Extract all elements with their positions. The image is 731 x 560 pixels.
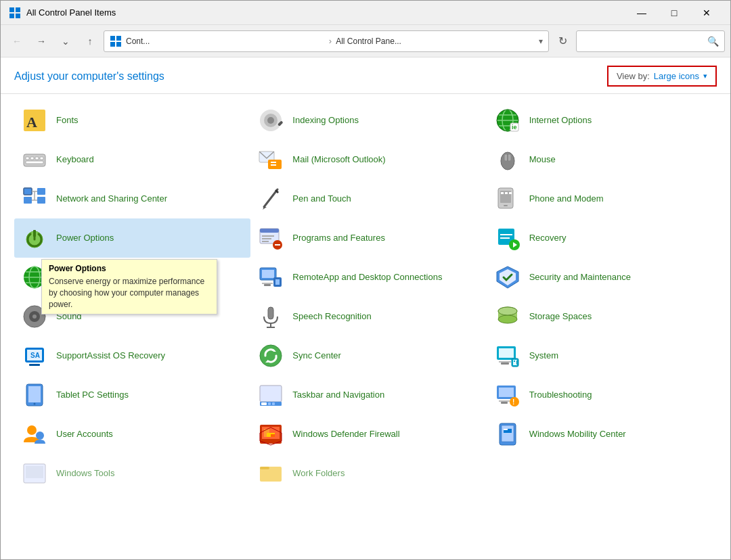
search-icon: 🔍: [707, 36, 719, 47]
item-windows-mobility[interactable]: Windows Mobility Center: [487, 415, 724, 454]
indexing-icon: [257, 107, 284, 134]
item-mouse[interactable]: Mouse: [487, 140, 724, 179]
storage-icon: [494, 303, 521, 330]
tooltip-title: Power Options: [49, 264, 210, 273]
item-label: RemoteApp and Desktop Connections: [292, 272, 442, 283]
item-internet-options[interactable]: ie Internet Options: [487, 101, 724, 140]
svg-rect-103: [516, 360, 517, 365]
title-bar: All Control Panel Items — □ ✕: [1, 1, 730, 25]
address-dropdown-icon[interactable]: ▾: [539, 37, 543, 46]
svg-text:SA: SA: [30, 352, 40, 359]
svg-rect-124: [271, 434, 275, 437]
item-pen-touch[interactable]: Pen and Touch: [250, 179, 487, 218]
svg-rect-109: [261, 402, 267, 405]
item-taskbar-navigation[interactable]: Taskbar and Navigation: [250, 375, 487, 415]
item-label: SupportAssist OS Recovery: [56, 350, 165, 362]
search-box[interactable]: 🔍: [576, 30, 725, 52]
svg-rect-7: [116, 42, 121, 47]
main-window: All Control Panel Items — □ ✕ ← → ⌄ ↑ Co…: [0, 0, 731, 560]
svg-rect-72: [262, 270, 274, 278]
back-button[interactable]: ←: [6, 30, 28, 52]
close-button[interactable]: ✕: [691, 2, 722, 24]
item-storage-spaces[interactable]: Storage Spaces: [487, 297, 724, 336]
svg-rect-49: [504, 205, 508, 206]
item-remoteapp[interactable]: RemoteApp and Desktop Connections: [250, 258, 487, 297]
svg-rect-132: [26, 466, 43, 478]
svg-rect-57: [262, 235, 274, 237]
item-security-maintenance[interactable]: Security and Maintenance: [487, 258, 724, 297]
item-label: Speech Recognition: [292, 311, 371, 323]
item-system[interactable]: System: [487, 336, 724, 375]
view-by-dropdown-icon[interactable]: ▾: [703, 72, 707, 80]
refresh-button[interactable]: ↻: [552, 30, 573, 52]
item-keyboard[interactable]: Keyboard: [14, 140, 250, 179]
up-button[interactable]: ↑: [79, 30, 101, 52]
item-label: Windows Mobility Center: [529, 429, 626, 440]
svg-point-87: [498, 315, 517, 323]
mouse-icon: [494, 146, 521, 173]
item-indexing-options[interactable]: Indexing Options: [250, 101, 487, 140]
item-network[interactable]: Network and Sharing Center: [14, 179, 250, 218]
forward-button[interactable]: →: [30, 30, 52, 52]
item-power-options[interactable]: Power Options Power Options Conserve ene…: [14, 218, 250, 258]
item-troubleshooting[interactable]: ! Troubleshooting: [487, 375, 724, 415]
tooltip-text: Conserve energy or maximize performance …: [49, 276, 210, 310]
svg-rect-56: [260, 229, 279, 233]
item-phone-modem[interactable]: Phone and Modem: [487, 179, 724, 218]
svg-rect-23: [26, 157, 29, 160]
svg-rect-102: [514, 360, 515, 362]
item-label: Fonts: [56, 115, 79, 126]
svg-rect-58: [262, 238, 271, 239]
svg-rect-0: [9, 7, 14, 12]
item-label: Work Folders: [292, 468, 345, 480]
speech-icon: [257, 303, 284, 330]
tools-icon: [21, 460, 48, 487]
remoteapp-icon: [257, 264, 284, 291]
item-supportassist[interactable]: SA SupportAssist OS Recovery: [14, 336, 250, 375]
svg-point-81: [32, 314, 37, 319]
item-recovery[interactable]: Recovery: [487, 218, 724, 258]
svg-rect-54: [33, 230, 36, 237]
recovery-icon: [494, 225, 521, 252]
view-by-value[interactable]: Large icons: [654, 71, 699, 81]
svg-rect-97: [499, 348, 514, 358]
svg-rect-64: [500, 234, 512, 235]
item-programs-features[interactable]: Programs and Features: [250, 218, 487, 258]
address-bar: ← → ⌄ ↑ Cont... › All Control Pane... ▾ …: [1, 25, 730, 57]
view-by-control[interactable]: View by: Large icons ▾: [607, 66, 717, 87]
system-icon: [494, 342, 521, 369]
svg-rect-25: [35, 157, 39, 160]
work-folders-icon: [257, 460, 284, 487]
item-label: Pen and Touch: [292, 193, 351, 205]
svg-rect-91: [29, 364, 40, 366]
item-work-folders[interactable]: Work Folders: [250, 454, 487, 493]
item-label: Programs and Features: [292, 233, 385, 244]
page-title: Adjust your computer's settings: [14, 70, 164, 83]
svg-rect-127: [502, 425, 514, 442]
minimize-button[interactable]: —: [626, 2, 657, 24]
view-by-label: View by:: [617, 71, 650, 81]
item-mail[interactable]: Mail (Microsoft Outlook): [250, 140, 487, 179]
svg-rect-59: [262, 241, 269, 242]
items-grid: A Fonts Indexing Opt: [14, 101, 724, 493]
svg-rect-26: [40, 157, 43, 160]
item-sync-center[interactable]: Sync Center: [250, 336, 487, 375]
security-icon: [494, 264, 521, 291]
svg-rect-51: [505, 192, 508, 194]
items-container: A Fonts Indexing Opt: [1, 94, 730, 559]
item-windows-tools[interactable]: Windows Tools: [14, 454, 250, 493]
svg-point-12: [267, 117, 274, 124]
svg-rect-65: [500, 237, 510, 239]
pen-icon: [257, 185, 284, 212]
item-tablet-pc-settings[interactable]: Tablet PC Settings: [14, 375, 250, 415]
item-windows-defender[interactable]: Windows Defender Firewall: [250, 415, 487, 454]
recent-button[interactable]: ⌄: [55, 30, 76, 52]
address-box[interactable]: Cont... › All Control Pane... ▾: [104, 30, 549, 52]
item-speech-recognition[interactable]: Speech Recognition: [250, 297, 487, 336]
item-fonts[interactable]: A Fonts: [14, 101, 250, 140]
svg-point-88: [498, 307, 517, 315]
maximize-button[interactable]: □: [659, 2, 690, 24]
item-user-accounts[interactable]: User Accounts: [14, 415, 250, 454]
search-input[interactable]: [582, 37, 707, 46]
svg-rect-107: [260, 386, 282, 402]
